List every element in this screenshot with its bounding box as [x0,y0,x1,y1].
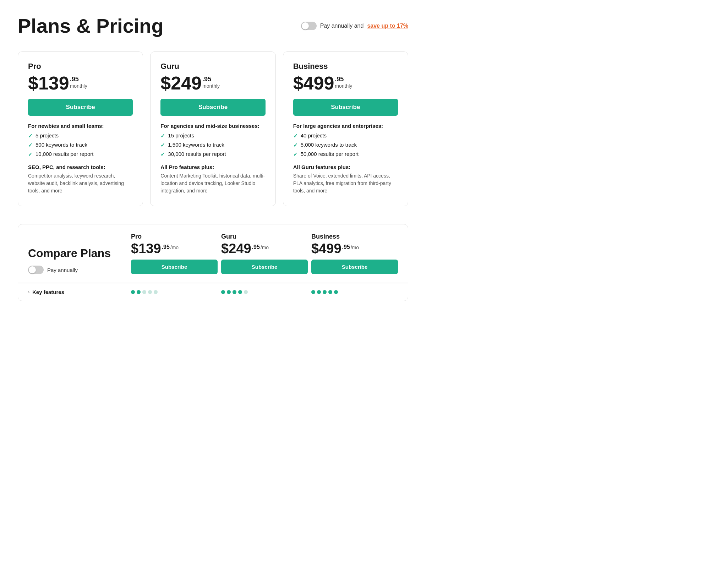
dot [323,290,327,294]
compare-price-main: $249 [221,242,251,255]
billing-toggle-area: Pay annually and save up to 17% [301,22,408,30]
check-icon: ✓ [28,151,33,158]
feature-item: ✓ 5 projects [28,132,133,139]
compare-price-main: $499 [311,242,341,255]
feature-item: ✓ 500 keywords to track [28,142,133,148]
check-icon: ✓ [293,133,298,139]
feature-item: ✓ 10,000 results per report [28,151,133,158]
compare-section: Compare Plans Pay annually Pro $139 .95 … [18,224,408,301]
plan-price-cents: .95 [70,76,87,82]
plan-price-cents: .95 [202,76,220,82]
feature-item: ✓ 50,000 results per report [293,151,398,158]
plan-extras-title: All Pro features plus: [160,164,265,170]
subscribe-button-business[interactable]: Subscribe [293,99,398,116]
compare-features-row: › Key features [18,283,408,301]
key-features-label[interactable]: › Key features [28,289,127,295]
dot [238,290,242,294]
dot [244,290,248,294]
compare-plan-col-guru: Guru $249 .95 /mo Subscribe [221,233,308,274]
dots-container-business [311,290,398,294]
dot [148,290,152,294]
plan-price-row: $139 .95 monthly [28,74,133,92]
plan-price-row: $249 .95 monthly [160,74,265,92]
plan-name: Business [293,62,398,71]
check-icon: ✓ [28,133,33,139]
plan-card-guru: Guru $249 .95 monthly Subscribe For agen… [150,51,275,206]
check-icon: ✓ [293,142,298,148]
compare-price-row: $499 .95 /mo [311,242,398,255]
compare-price-cents: .95 [252,242,260,250]
feature-item: ✓ 40 projects [293,132,398,139]
plan-extras-title: SEO, PPC, and research tools: [28,164,133,170]
billing-toggle[interactable] [301,22,317,30]
subscribe-button-pro[interactable]: Subscribe [28,99,133,116]
dot [137,290,141,294]
check-icon: ✓ [160,133,165,139]
plan-price-cents: .95 [335,76,352,82]
plan-price-main: $139 [28,74,69,92]
plan-price-row: $499 .95 monthly [293,74,398,92]
dot [131,290,135,294]
compare-subscribe-button-guru[interactable]: Subscribe [221,260,308,274]
dot [328,290,332,294]
compare-price-main: $139 [131,242,161,255]
dot [334,290,338,294]
compare-price-row: $139 .95 /mo [131,242,218,255]
check-icon: ✓ [293,151,298,158]
compare-price-suffix: /mo [261,242,269,250]
page-title: Plans & Pricing [18,14,164,37]
compare-price-row: $249 .95 /mo [221,242,308,255]
plan-features-list: ✓ 40 projects ✓ 5,000 keywords to track … [293,132,398,158]
plan-price-period: monthly [335,83,352,89]
billing-toggle-label: Pay annually and [320,23,364,29]
save-text: save up to 17% [367,23,408,29]
dot [154,290,158,294]
compare-plan-name: Pro [131,233,218,240]
plan-extras-text: Competitor analysis, keyword research, w… [28,172,133,195]
plan-price-period: monthly [202,83,220,89]
compare-plan-name: Guru [221,233,308,240]
feature-item: ✓ 15 projects [160,132,265,139]
compare-header-row: Compare Plans Pay annually Pro $139 .95 … [18,224,408,283]
plan-price-period: monthly [70,83,87,89]
feature-item: ✓ 1,500 keywords to track [160,142,265,148]
check-icon: ✓ [160,142,165,148]
compare-plan-col-business: Business $499 .95 /mo Subscribe [311,233,398,274]
dots-container-guru [221,290,308,294]
plan-features-list: ✓ 15 projects ✓ 1,500 keywords to track … [160,132,265,158]
dot [311,290,315,294]
dots-container-pro [131,290,218,294]
key-features-text: Key features [32,289,64,295]
compare-title-col: Compare Plans Pay annually [28,247,127,274]
plan-price-main: $249 [160,74,202,92]
compare-price-cents: .95 [342,242,350,250]
dot [317,290,321,294]
plan-price-main: $499 [293,74,334,92]
compare-subscribe-button-business[interactable]: Subscribe [311,260,398,274]
dot [221,290,225,294]
dot [233,290,236,294]
plan-extras-text: Share of Voice, extended limits, API acc… [293,172,398,195]
plan-name: Pro [28,62,133,71]
subscribe-button-guru[interactable]: Subscribe [160,99,265,116]
chevron-right-icon: › [28,290,29,295]
page-header: Plans & Pricing Pay annually and save up… [18,14,408,37]
compare-plan-col-pro: Pro $139 .95 /mo Subscribe [131,233,218,274]
feature-item: ✓ 30,000 results per report [160,151,265,158]
plan-tagline: For newbies and small teams: [28,123,133,129]
dot [142,290,146,294]
plan-tagline: For agencies and mid-size businesses: [160,123,265,129]
check-icon: ✓ [28,142,33,148]
compare-subscribe-button-pro[interactable]: Subscribe [131,260,218,274]
compare-billing-toggle[interactable] [28,266,44,274]
plan-card-business: Business $499 .95 monthly Subscribe For … [283,51,408,206]
plan-card-pro: Pro $139 .95 monthly Subscribe For newbi… [18,51,143,206]
plans-grid: Pro $139 .95 monthly Subscribe For newbi… [18,51,408,206]
plan-extras-text: Content Marketing Toolkit, historical da… [160,172,265,195]
check-icon: ✓ [160,151,165,158]
compare-price-suffix: /mo [170,242,179,250]
dot [227,290,231,294]
compare-toggle-label: Pay annually [47,267,78,273]
compare-price-suffix: /mo [351,242,359,250]
plan-name: Guru [160,62,265,71]
